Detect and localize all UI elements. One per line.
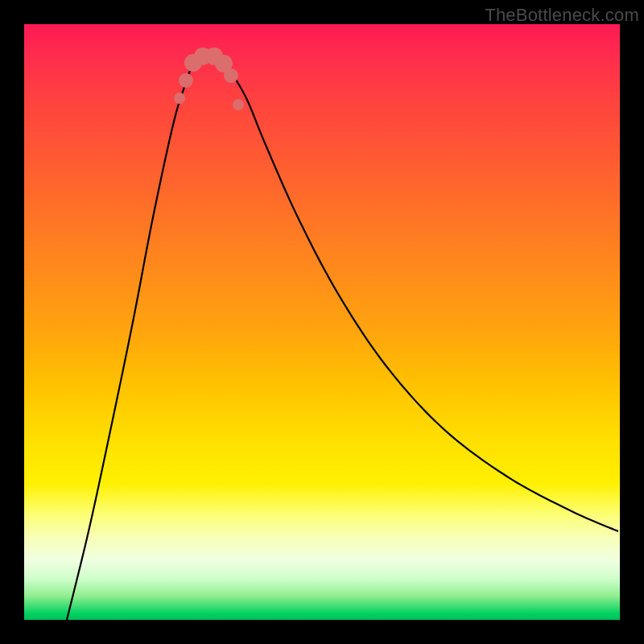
bottleneck-marker — [174, 93, 185, 104]
curves-layer — [24, 24, 620, 620]
bottleneck-curve-left — [67, 56, 200, 620]
watermark-text: TheBottleneck.com — [485, 5, 639, 26]
chart-frame: TheBottleneck.com — [0, 0, 644, 644]
plot-area — [24, 24, 620, 620]
bottleneck-curve-right — [217, 56, 618, 531]
bottleneck-marker — [233, 99, 244, 110]
bottleneck-marker — [179, 73, 193, 88]
bottleneck-marker — [224, 68, 238, 83]
